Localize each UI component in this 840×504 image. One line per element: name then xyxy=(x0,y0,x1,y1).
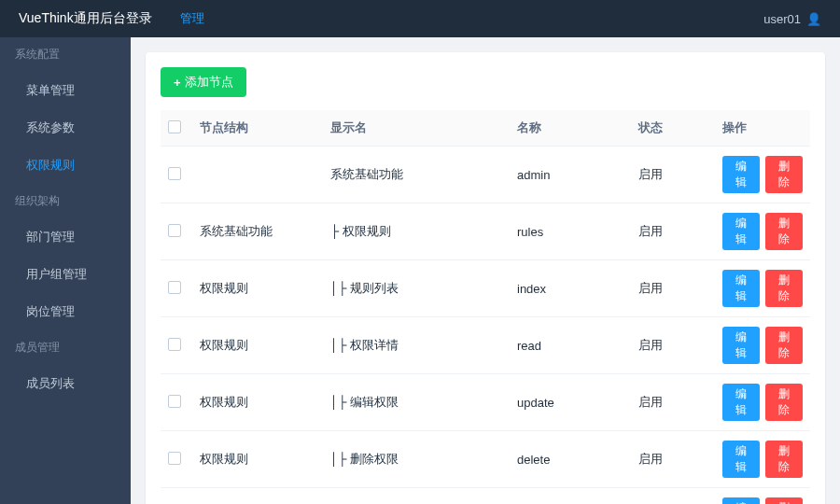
table-row: 系统基础功能├ 权限规则rules启用编辑删除 xyxy=(161,203,810,260)
cell-name: delete xyxy=(510,431,631,488)
cell-name: admin xyxy=(510,147,631,203)
cell-display: │├ 编辑权限 xyxy=(323,374,510,431)
delete-button[interactable]: 删除 xyxy=(765,213,803,250)
sidebar-item[interactable]: 系统参数 xyxy=(0,109,131,147)
sidebar-item[interactable]: 成员列表 xyxy=(0,365,131,402)
plus-icon: + xyxy=(174,76,181,90)
table-row: 权限规则│├ 添加权限save启用编辑删除 xyxy=(161,488,810,505)
edit-button[interactable]: 编辑 xyxy=(722,213,760,250)
sidebar-item[interactable]: 菜单管理 xyxy=(0,72,131,109)
th-name: 名称 xyxy=(510,110,631,147)
edit-button[interactable]: 编辑 xyxy=(722,327,760,364)
delete-button[interactable]: 删除 xyxy=(765,156,803,193)
table-row: 系统基础功能admin启用编辑删除 xyxy=(161,147,810,203)
row-checkbox[interactable] xyxy=(168,452,181,465)
table-row: 权限规则│├ 规则列表index启用编辑删除 xyxy=(161,260,810,317)
topbar: VueThink通用后台登录 管理 user01 👤 xyxy=(0,0,840,37)
row-checkbox[interactable] xyxy=(168,224,181,237)
sidebar-item[interactable]: 岗位管理 xyxy=(0,293,131,330)
select-all-checkbox[interactable] xyxy=(168,120,181,133)
cell-status: 启用 xyxy=(631,260,715,317)
card: + 添加节点 节点结构 显示名 名称 状态 操作 系统基础功能admin启用编辑… xyxy=(146,52,825,504)
cell-status: 启用 xyxy=(631,431,715,488)
cell-display: 系统基础功能 xyxy=(323,147,510,203)
cell-name: rules xyxy=(510,203,631,260)
row-checkbox[interactable] xyxy=(168,281,181,294)
row-checkbox[interactable] xyxy=(168,338,181,351)
cell-name: save xyxy=(510,488,631,505)
user-menu[interactable]: user01 👤 xyxy=(763,12,821,26)
delete-button[interactable]: 删除 xyxy=(765,497,803,504)
table-row: 权限规则│├ 删除权限delete启用编辑删除 xyxy=(161,431,810,488)
edit-button[interactable]: 编辑 xyxy=(722,384,760,421)
cell-struct: 权限规则 xyxy=(192,488,323,505)
th-status: 状态 xyxy=(631,110,715,147)
table-row: 权限规则│├ 编辑权限update启用编辑删除 xyxy=(161,374,810,431)
sidebar-item[interactable]: 用户组管理 xyxy=(0,256,131,293)
edit-button[interactable]: 编辑 xyxy=(722,497,760,504)
cell-struct: 权限规则 xyxy=(192,260,323,317)
edit-button[interactable]: 编辑 xyxy=(722,156,760,193)
sidebar: 系统配置菜单管理系统参数权限规则组织架构部门管理用户组管理岗位管理成员管理成员列… xyxy=(0,37,131,504)
cell-struct: 权限规则 xyxy=(192,374,323,431)
sidebar-group: 成员管理 xyxy=(0,330,131,365)
brand-title: VueThink通用后台登录 xyxy=(19,10,152,27)
table-row: 权限规则│├ 权限详情read启用编辑删除 xyxy=(161,317,810,374)
cell-status: 启用 xyxy=(631,374,715,431)
delete-button[interactable]: 删除 xyxy=(765,384,803,421)
cell-name: read xyxy=(510,317,631,374)
sidebar-item[interactable]: 权限规则 xyxy=(0,147,131,184)
edit-button[interactable]: 编辑 xyxy=(722,270,760,307)
row-checkbox[interactable] xyxy=(168,167,181,180)
cell-name: index xyxy=(510,260,631,317)
sidebar-item[interactable]: 部门管理 xyxy=(0,218,131,256)
main-content: + 添加节点 节点结构 显示名 名称 状态 操作 系统基础功能admin启用编辑… xyxy=(131,37,840,504)
edit-button[interactable]: 编辑 xyxy=(722,441,760,478)
delete-button[interactable]: 删除 xyxy=(765,270,803,307)
rules-table: 节点结构 显示名 名称 状态 操作 系统基础功能admin启用编辑删除系统基础功… xyxy=(161,110,810,504)
cell-display: │├ 添加权限 xyxy=(323,488,510,505)
add-node-button[interactable]: + 添加节点 xyxy=(161,67,246,97)
cell-display: ├ 权限规则 xyxy=(323,203,510,260)
row-checkbox[interactable] xyxy=(168,395,181,408)
cell-name: update xyxy=(510,374,631,431)
cell-struct xyxy=(192,147,323,203)
cell-status: 启用 xyxy=(631,203,715,260)
sidebar-group: 系统配置 xyxy=(0,37,131,72)
cell-status: 启用 xyxy=(631,317,715,374)
cell-struct: 权限规则 xyxy=(192,431,323,488)
delete-button[interactable]: 删除 xyxy=(765,441,803,478)
cell-struct: 系统基础功能 xyxy=(192,203,323,260)
add-node-label: 添加节点 xyxy=(185,74,233,91)
th-op: 操作 xyxy=(715,110,810,147)
cell-struct: 权限规则 xyxy=(192,317,323,374)
username: user01 xyxy=(763,12,801,26)
topnav-admin[interactable]: 管理 xyxy=(180,10,204,27)
cell-status: 启用 xyxy=(631,488,715,505)
cell-display: │├ 删除权限 xyxy=(323,431,510,488)
th-display: 显示名 xyxy=(323,110,510,147)
delete-button[interactable]: 删除 xyxy=(765,327,803,364)
cell-display: │├ 权限详情 xyxy=(323,317,510,374)
th-struct: 节点结构 xyxy=(192,110,323,147)
cell-status: 启用 xyxy=(631,147,715,203)
sidebar-group: 组织架构 xyxy=(0,184,131,218)
cell-display: │├ 规则列表 xyxy=(323,260,510,317)
user-icon: 👤 xyxy=(806,12,821,26)
